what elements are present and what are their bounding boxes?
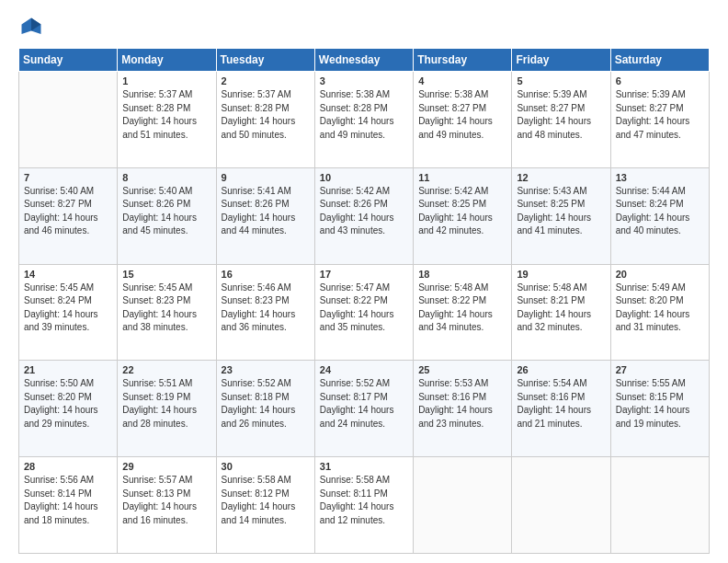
col-header-tuesday: Tuesday bbox=[216, 49, 314, 72]
day-number: 22 bbox=[122, 364, 210, 375]
day-number: 1 bbox=[122, 75, 210, 86]
day-cell: 12Sunrise: 5:43 AM Sunset: 8:25 PM Dayli… bbox=[512, 167, 610, 264]
day-number: 24 bbox=[320, 364, 408, 375]
day-cell: 6Sunrise: 5:39 AM Sunset: 8:27 PM Daylig… bbox=[610, 72, 709, 168]
week-row-4: 21Sunrise: 5:50 AM Sunset: 8:20 PM Dayli… bbox=[19, 361, 710, 457]
day-info: Sunrise: 5:53 AM Sunset: 8:16 PM Dayligh… bbox=[418, 377, 506, 431]
day-info: Sunrise: 5:37 AM Sunset: 8:28 PM Dayligh… bbox=[122, 88, 210, 142]
day-number: 19 bbox=[517, 269, 605, 280]
week-row-1: 1Sunrise: 5:37 AM Sunset: 8:28 PM Daylig… bbox=[19, 72, 710, 168]
col-header-wednesday: Wednesday bbox=[314, 49, 413, 72]
day-info: Sunrise: 5:54 AM Sunset: 8:16 PM Dayligh… bbox=[517, 377, 605, 431]
day-number: 25 bbox=[418, 364, 506, 375]
week-row-5: 28Sunrise: 5:56 AM Sunset: 8:14 PM Dayli… bbox=[19, 457, 710, 554]
col-header-friday: Friday bbox=[512, 49, 610, 72]
day-number: 12 bbox=[517, 172, 605, 183]
day-cell: 25Sunrise: 5:53 AM Sunset: 8:16 PM Dayli… bbox=[414, 361, 512, 457]
day-number: 8 bbox=[122, 172, 210, 183]
day-number: 2 bbox=[222, 75, 310, 86]
day-cell bbox=[610, 457, 709, 554]
day-info: Sunrise: 5:44 AM Sunset: 8:24 PM Dayligh… bbox=[616, 185, 704, 238]
col-header-saturday: Saturday bbox=[610, 49, 709, 72]
day-cell: 24Sunrise: 5:52 AM Sunset: 8:17 PM Dayli… bbox=[314, 361, 413, 457]
day-number: 18 bbox=[418, 269, 506, 280]
day-cell: 16Sunrise: 5:46 AM Sunset: 8:23 PM Dayli… bbox=[216, 264, 314, 361]
day-info: Sunrise: 5:45 AM Sunset: 8:24 PM Dayligh… bbox=[24, 282, 112, 335]
day-cell: 2Sunrise: 5:37 AM Sunset: 8:28 PM Daylig… bbox=[216, 72, 314, 168]
header bbox=[18, 15, 710, 40]
day-number: 15 bbox=[122, 269, 210, 280]
day-cell: 9Sunrise: 5:41 AM Sunset: 8:26 PM Daylig… bbox=[216, 167, 314, 264]
day-cell: 13Sunrise: 5:44 AM Sunset: 8:24 PM Dayli… bbox=[610, 167, 709, 264]
day-info: Sunrise: 5:43 AM Sunset: 8:25 PM Dayligh… bbox=[517, 185, 605, 238]
day-cell: 4Sunrise: 5:38 AM Sunset: 8:27 PM Daylig… bbox=[414, 72, 512, 168]
calendar-header-row: SundayMondayTuesdayWednesdayThursdayFrid… bbox=[19, 49, 710, 72]
day-number: 5 bbox=[517, 75, 605, 86]
day-number: 30 bbox=[222, 461, 310, 472]
day-info: Sunrise: 5:48 AM Sunset: 8:21 PM Dayligh… bbox=[517, 282, 605, 335]
day-cell: 23Sunrise: 5:52 AM Sunset: 8:18 PM Dayli… bbox=[216, 361, 314, 457]
day-info: Sunrise: 5:48 AM Sunset: 8:22 PM Dayligh… bbox=[418, 282, 506, 335]
day-info: Sunrise: 5:52 AM Sunset: 8:18 PM Dayligh… bbox=[222, 377, 310, 431]
day-info: Sunrise: 5:41 AM Sunset: 8:26 PM Dayligh… bbox=[222, 185, 310, 238]
day-info: Sunrise: 5:39 AM Sunset: 8:27 PM Dayligh… bbox=[616, 88, 704, 142]
day-info: Sunrise: 5:51 AM Sunset: 8:19 PM Dayligh… bbox=[122, 377, 210, 431]
day-cell bbox=[414, 457, 512, 554]
day-cell: 26Sunrise: 5:54 AM Sunset: 8:16 PM Dayli… bbox=[512, 361, 610, 457]
day-info: Sunrise: 5:55 AM Sunset: 8:15 PM Dayligh… bbox=[616, 377, 704, 431]
day-cell bbox=[512, 457, 610, 554]
day-info: Sunrise: 5:40 AM Sunset: 8:27 PM Dayligh… bbox=[24, 185, 112, 238]
day-cell: 20Sunrise: 5:49 AM Sunset: 8:20 PM Dayli… bbox=[610, 264, 709, 361]
logo-icon bbox=[18, 15, 44, 40]
day-info: Sunrise: 5:58 AM Sunset: 8:11 PM Dayligh… bbox=[320, 474, 408, 527]
col-header-monday: Monday bbox=[118, 49, 216, 72]
day-info: Sunrise: 5:49 AM Sunset: 8:20 PM Dayligh… bbox=[616, 282, 704, 335]
day-number: 13 bbox=[616, 172, 704, 183]
day-cell: 31Sunrise: 5:58 AM Sunset: 8:11 PM Dayli… bbox=[314, 457, 413, 554]
day-info: Sunrise: 5:42 AM Sunset: 8:26 PM Dayligh… bbox=[320, 185, 408, 238]
day-cell: 10Sunrise: 5:42 AM Sunset: 8:26 PM Dayli… bbox=[314, 167, 413, 264]
day-info: Sunrise: 5:47 AM Sunset: 8:22 PM Dayligh… bbox=[320, 282, 408, 335]
day-info: Sunrise: 5:50 AM Sunset: 8:20 PM Dayligh… bbox=[24, 377, 112, 431]
day-number: 7 bbox=[24, 172, 112, 183]
day-number: 16 bbox=[222, 269, 310, 280]
day-info: Sunrise: 5:56 AM Sunset: 8:14 PM Dayligh… bbox=[24, 474, 112, 527]
week-row-3: 14Sunrise: 5:45 AM Sunset: 8:24 PM Dayli… bbox=[19, 264, 710, 361]
day-number: 31 bbox=[320, 461, 408, 472]
day-info: Sunrise: 5:39 AM Sunset: 8:27 PM Dayligh… bbox=[517, 88, 605, 142]
day-cell: 27Sunrise: 5:55 AM Sunset: 8:15 PM Dayli… bbox=[610, 361, 709, 457]
day-number: 14 bbox=[24, 269, 112, 280]
day-number: 11 bbox=[418, 172, 506, 183]
day-cell: 30Sunrise: 5:58 AM Sunset: 8:12 PM Dayli… bbox=[216, 457, 314, 554]
day-cell: 1Sunrise: 5:37 AM Sunset: 8:28 PM Daylig… bbox=[118, 72, 216, 168]
day-cell: 14Sunrise: 5:45 AM Sunset: 8:24 PM Dayli… bbox=[19, 264, 118, 361]
day-cell bbox=[19, 72, 118, 168]
day-cell: 22Sunrise: 5:51 AM Sunset: 8:19 PM Dayli… bbox=[118, 361, 216, 457]
day-cell: 17Sunrise: 5:47 AM Sunset: 8:22 PM Dayli… bbox=[314, 264, 413, 361]
week-row-2: 7Sunrise: 5:40 AM Sunset: 8:27 PM Daylig… bbox=[19, 167, 710, 264]
day-number: 10 bbox=[320, 172, 408, 183]
day-number: 23 bbox=[222, 364, 310, 375]
day-info: Sunrise: 5:52 AM Sunset: 8:17 PM Dayligh… bbox=[320, 377, 408, 431]
day-number: 3 bbox=[320, 75, 408, 86]
day-info: Sunrise: 5:58 AM Sunset: 8:12 PM Dayligh… bbox=[222, 474, 310, 527]
day-info: Sunrise: 5:42 AM Sunset: 8:25 PM Dayligh… bbox=[418, 185, 506, 238]
day-info: Sunrise: 5:37 AM Sunset: 8:28 PM Dayligh… bbox=[222, 88, 310, 142]
day-info: Sunrise: 5:45 AM Sunset: 8:23 PM Dayligh… bbox=[122, 282, 210, 335]
day-cell: 15Sunrise: 5:45 AM Sunset: 8:23 PM Dayli… bbox=[118, 264, 216, 361]
day-number: 26 bbox=[517, 364, 605, 375]
day-cell: 11Sunrise: 5:42 AM Sunset: 8:25 PM Dayli… bbox=[414, 167, 512, 264]
day-info: Sunrise: 5:46 AM Sunset: 8:23 PM Dayligh… bbox=[222, 282, 310, 335]
day-cell: 28Sunrise: 5:56 AM Sunset: 8:14 PM Dayli… bbox=[19, 457, 118, 554]
day-number: 21 bbox=[24, 364, 112, 375]
day-info: Sunrise: 5:38 AM Sunset: 8:28 PM Dayligh… bbox=[320, 88, 408, 142]
calendar-table: SundayMondayTuesdayWednesdayThursdayFrid… bbox=[18, 48, 710, 554]
logo bbox=[18, 15, 48, 40]
col-header-sunday: Sunday bbox=[19, 49, 118, 72]
day-cell: 5Sunrise: 5:39 AM Sunset: 8:27 PM Daylig… bbox=[512, 72, 610, 168]
day-number: 4 bbox=[418, 75, 506, 86]
page: SundayMondayTuesdayWednesdayThursdayFrid… bbox=[0, 0, 728, 563]
day-info: Sunrise: 5:38 AM Sunset: 8:27 PM Dayligh… bbox=[418, 88, 506, 142]
day-cell: 7Sunrise: 5:40 AM Sunset: 8:27 PM Daylig… bbox=[19, 167, 118, 264]
day-cell: 19Sunrise: 5:48 AM Sunset: 8:21 PM Dayli… bbox=[512, 264, 610, 361]
